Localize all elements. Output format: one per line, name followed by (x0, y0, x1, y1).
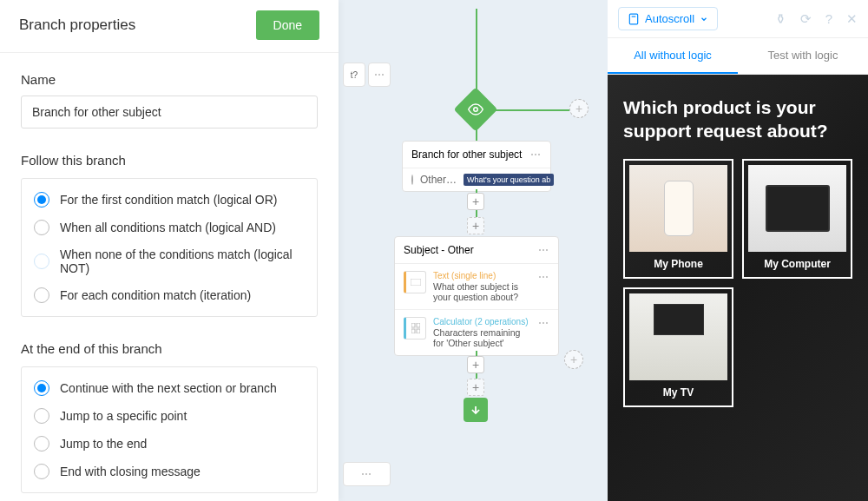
preview-panel: Autoscroll ⚱ ⟳ ? ✕ All without logic Tes… (608, 0, 868, 501)
properties-panel: Branch properties Done Name Follow this … (0, 0, 339, 501)
follow-option-or[interactable]: For the first condition match (logical O… (22, 186, 317, 214)
add-slot-button[interactable]: + (467, 217, 484, 234)
eye-icon (468, 102, 483, 117)
close-icon[interactable]: ✕ (846, 11, 858, 27)
ellipsis-icon[interactable]: ⋯ (538, 271, 549, 302)
svg-rect-5 (417, 329, 420, 333)
text-field-icon (404, 271, 426, 293)
tab-all-without-logic[interactable]: All without logic (608, 38, 738, 74)
tab-test-with-logic[interactable]: Test with logic (738, 38, 868, 74)
end-option-closing[interactable]: End with closing message (22, 458, 317, 485)
chevron-down-icon (700, 15, 708, 23)
ellipsis-icon[interactable]: ⋯ (530, 148, 542, 161)
follow-option-not[interactable]: When none of the conditions match (logic… (22, 241, 317, 281)
follow-option-and[interactable]: When all conditions match (logical AND) (22, 214, 317, 241)
svg-point-0 (474, 108, 478, 112)
preview-question: Which product is your support request ab… (623, 96, 852, 143)
svg-rect-6 (629, 14, 637, 24)
done-button[interactable]: Done (256, 10, 319, 40)
option-my-tv[interactable]: My TV (623, 287, 733, 407)
name-input[interactable] (21, 96, 318, 129)
form-preview: Which product is your support request ab… (608, 75, 868, 501)
svg-rect-3 (417, 323, 420, 327)
arrow-down-icon (470, 404, 482, 416)
follow-option-iter[interactable]: For each condition match (iteration) (22, 281, 317, 309)
ellipsis-icon[interactable]: ⋯ (538, 317, 549, 348)
add-branch-button[interactable]: + (569, 99, 589, 118)
end-option-jump-end[interactable]: Jump to the end (22, 430, 317, 458)
end-options: Continue with the next section or branch… (21, 366, 318, 493)
condition-icon (411, 175, 413, 185)
edge-node-trunc[interactable]: t? (343, 63, 365, 87)
continue-node[interactable] (464, 398, 488, 422)
branch-card[interactable]: Branch for other subject⋯ Other…What's y… (402, 141, 551, 192)
add-item-button[interactable]: + (467, 356, 484, 373)
ellipsis-icon[interactable]: ⋯ (538, 244, 549, 256)
end-label: At the end of this branch (21, 341, 318, 356)
option-my-computer[interactable]: My Computer (742, 159, 852, 279)
flow-canvas[interactable]: t? ⋯ ⋯ + Branch for other subject⋯ Other… (339, 0, 608, 501)
follow-options: For the first condition match (logical O… (21, 178, 318, 317)
add-slot-button-2[interactable]: + (467, 379, 484, 396)
add-sibling-button[interactable]: + (564, 350, 583, 369)
end-option-jump-point[interactable]: Jump to a specific point (22, 402, 317, 430)
svg-rect-4 (411, 329, 415, 333)
svg-rect-2 (411, 323, 415, 327)
svg-rect-1 (411, 279, 421, 286)
edge-node-bottom[interactable]: ⋯ (343, 462, 391, 486)
calculator-icon (404, 317, 426, 339)
option-my-phone[interactable]: My Phone (623, 159, 733, 279)
scroll-icon (628, 13, 640, 25)
help-icon[interactable]: ? (825, 11, 832, 26)
add-condition-button[interactable]: + (467, 193, 484, 210)
ellipsis-icon: ⋯ (374, 69, 385, 81)
autoscroll-dropdown[interactable]: Autoscroll (618, 7, 718, 30)
edge-node-menu[interactable]: ⋯ (368, 63, 391, 87)
section-card[interactable]: Subject - Other⋯ Text (single line)What … (394, 236, 559, 356)
refresh-icon[interactable]: ⟳ (800, 11, 812, 27)
follow-label: Follow this branch (21, 153, 318, 168)
bottle-icon[interactable]: ⚱ (775, 11, 786, 27)
end-option-continue[interactable]: Continue with the next section or branch (22, 374, 317, 402)
panel-title: Branch properties (19, 16, 135, 34)
name-label: Name (21, 72, 318, 87)
ellipsis-icon: ⋯ (361, 468, 372, 480)
